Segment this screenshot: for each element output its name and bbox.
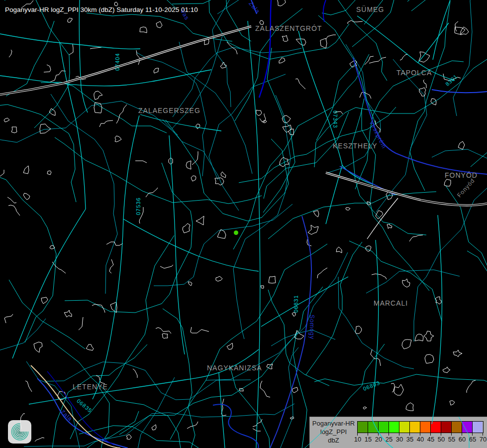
precipitation-echo bbox=[234, 230, 238, 235]
river-mura-branch bbox=[47, 371, 114, 445]
river-bottom-center bbox=[213, 404, 258, 448]
major-white-roads bbox=[0, 26, 487, 239]
radar-map-canvas bbox=[0, 0, 487, 448]
country-border-croatia bbox=[31, 365, 120, 448]
boundary-top bbox=[251, 0, 257, 14]
radar-map-viewport: Poganyvar-HR logZ_PPI dbZ 10152025303540… bbox=[0, 0, 487, 448]
county-line-somogy bbox=[270, 216, 311, 448]
boundary-right-edge bbox=[432, 90, 487, 93]
radar-image-title: Poganyvar-HR logZ_PPI 30km (dbZ) Saturda… bbox=[5, 6, 198, 13]
major-cyan-roads bbox=[0, 0, 455, 448]
met-spiral-logo bbox=[8, 420, 31, 444]
river-zala-upper bbox=[259, 0, 271, 98]
minor-road-network bbox=[0, 0, 487, 448]
boundary-top-right bbox=[323, 0, 326, 22]
